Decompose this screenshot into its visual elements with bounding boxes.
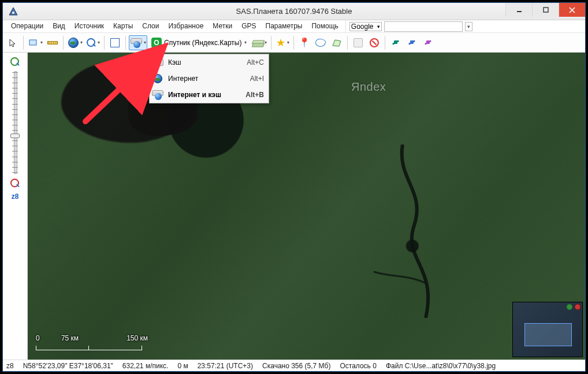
dd-shortcut: Alt+B [245, 91, 264, 99]
chevron-down-icon: ▾ [287, 40, 289, 45]
layers-button[interactable]: ▾ [251, 35, 268, 50]
window-controls [505, 3, 585, 20]
menubar: Операции Вид Источник Карты Слои Избранн… [3, 20, 585, 33]
menu-marks[interactable]: Метки [208, 20, 237, 32]
toolbar: ▾ ▾ ▾ ▾ О Спутник (Яндекс.Карты) ▾ ▾ ★▾ … [3, 33, 585, 53]
source-option-cache[interactable]: Кэш Alt+C [150, 54, 269, 71]
svg-point-1 [12, 12, 14, 14]
net-drive-icon [131, 38, 142, 47]
no-download-button[interactable] [367, 35, 382, 50]
maximize-button[interactable] [532, 3, 559, 17]
map-feature [362, 145, 478, 318]
menu-settings[interactable]: Параметры [261, 20, 307, 32]
select-rect-button[interactable]: ▾ [27, 35, 44, 50]
add-polygon-button[interactable] [329, 35, 344, 50]
menu-view[interactable]: Вид [48, 20, 70, 32]
menu-source[interactable]: Источник [70, 20, 109, 32]
cursor-tool-button[interactable] [5, 35, 20, 50]
gps-sat2-button[interactable] [404, 35, 419, 50]
map-canvas[interactable]: Яndex 0 75 км 150 км [28, 53, 585, 360]
app-window: SAS.Планета 160707.9476 Stable Операции … [2, 2, 586, 372]
menu-operations[interactable]: Операции [6, 20, 48, 32]
path-icon [315, 39, 326, 47]
zoom-sidebar: z8 [3, 53, 28, 360]
separator [347, 36, 348, 50]
svg-marker-5 [333, 40, 341, 46]
ruler-button[interactable] [45, 35, 60, 50]
gps-sat1-button[interactable] [388, 35, 403, 50]
status-elevation: 0 м [177, 362, 188, 370]
search-section: Google ▾ ▾ [345, 20, 476, 32]
separator [104, 36, 105, 50]
menu-favorites[interactable]: Избранное [163, 20, 208, 32]
separator [63, 36, 64, 50]
zoom-slider[interactable] [9, 71, 21, 174]
separator [385, 36, 385, 50]
app-icon [9, 7, 18, 16]
add-path-button[interactable] [313, 35, 328, 50]
source-dropdown: Кэш Alt+C Интернет Alt+I Интернет и кэш … [149, 54, 269, 103]
dd-label: Интернет и кэш [168, 91, 241, 99]
svg-marker-0 [9, 8, 17, 15]
search-tool-button[interactable]: ▾ [85, 35, 101, 50]
status-time: 23:57:21 (UTC+3) [198, 362, 253, 370]
source-option-internet[interactable]: Интернет Alt+I [150, 71, 269, 87]
zoom-out-button[interactable] [9, 177, 21, 189]
favorites-button[interactable]: ★▾ [274, 35, 291, 50]
statusbar: z8 N58°52'23,09" E37°18'06,31" 632,21 м/… [3, 360, 585, 371]
separator [125, 36, 126, 50]
scale-0: 0 [36, 334, 44, 342]
dd-shortcut: Alt+I [250, 75, 264, 83]
satellite-icon [390, 38, 401, 48]
dd-label: Кэш [168, 58, 242, 66]
separator [293, 36, 294, 50]
fullscreen-button[interactable] [107, 35, 122, 50]
zoom-in-button[interactable] [9, 56, 21, 68]
search-provider-select[interactable]: Google ▾ [349, 22, 382, 31]
status-file: Файл C:\Use...at\z8\0\x77\0\y38.jpg [386, 362, 496, 370]
menu-layers[interactable]: Слои [137, 20, 163, 32]
status-coordinates: N58°52'23,09" E37°18'06,31" [23, 362, 113, 370]
chevron-down-icon: ▾ [40, 40, 43, 45]
status-remaining: Осталось 0 [340, 362, 376, 370]
titlebar: SAS.Планета 160707.9476 Stable [3, 3, 585, 20]
close-button[interactable] [559, 3, 585, 17]
layers-icon [252, 39, 263, 47]
notes-button[interactable] [351, 35, 366, 50]
pin-icon: 📍 [299, 37, 310, 48]
minimap[interactable] [512, 302, 583, 357]
source-option-internet-cache[interactable]: Интернет и кэш Alt+B [150, 87, 269, 103]
net-drive-icon [152, 89, 163, 101]
map-watermark: Яndex [351, 80, 386, 94]
menu-gps[interactable]: GPS [237, 20, 260, 32]
satellite-icon [423, 38, 433, 48]
satellite-icon [407, 38, 417, 48]
active-map-select[interactable]: О Спутник (Яндекс.Карты) ▾ [148, 35, 250, 50]
search-input[interactable] [384, 21, 463, 32]
svg-rect-2 [517, 11, 522, 12]
svg-rect-3 [544, 8, 548, 12]
svg-point-6 [567, 304, 572, 310]
zoom-level-label: z8 [12, 192, 19, 201]
minimap-viewport[interactable] [524, 323, 572, 346]
add-point-button[interactable]: 📍 [297, 35, 312, 50]
zoom-thumb[interactable] [10, 134, 20, 138]
window-title: SAS.Планета 160707.9476 Stable [3, 7, 585, 16]
chevron-down-icon: ▾ [144, 40, 146, 45]
scale-mid: 75 км [44, 334, 96, 342]
chevron-down-icon[interactable]: ▾ [465, 22, 472, 31]
minimize-button[interactable] [505, 3, 532, 17]
separator [23, 36, 24, 50]
goto-button[interactable]: ▾ [66, 35, 84, 50]
menu-maps[interactable]: Карты [109, 20, 137, 32]
menu-help[interactable]: Помощь [307, 20, 343, 32]
search-icon [87, 38, 96, 47]
svg-rect-4 [29, 40, 36, 45]
forbidden-icon [370, 38, 379, 47]
zoom-out-icon [10, 179, 20, 188]
gps-sat3-button[interactable] [420, 35, 436, 50]
zoom-in-icon [10, 57, 20, 66]
cache-source-button[interactable]: ▾ [129, 35, 147, 50]
scale-end: 150 км [96, 334, 148, 342]
content-area: z8 Яndex 0 75 км 150 км [3, 53, 585, 360]
